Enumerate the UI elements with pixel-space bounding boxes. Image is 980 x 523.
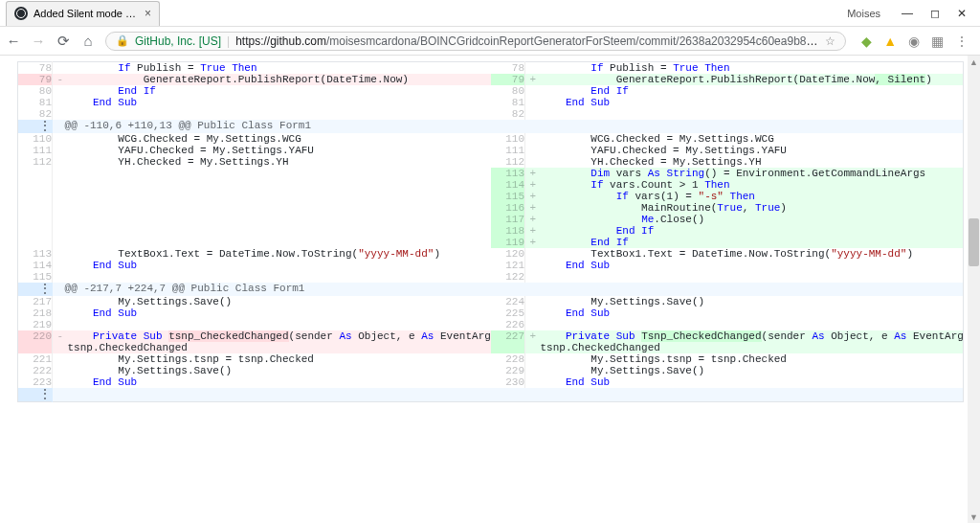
diff-line[interactable]: 222 My.Settings.Save()229 My.Settings.Sa…	[18, 365, 964, 376]
window-controls: — ◻ ✕	[888, 7, 980, 20]
diff-line[interactable]: 114+ If vars.Count > 1 Then	[18, 179, 964, 191]
address-bar[interactable]: 🔒 GitHub, Inc. [US] | https://github.com…	[105, 32, 846, 51]
expand-icon[interactable]: ⋮	[38, 119, 52, 134]
scrollbar-thumb[interactable]	[969, 218, 979, 266]
scroll-down-icon[interactable]: ▼	[968, 511, 980, 523]
forward-icon[interactable]: →	[31, 34, 46, 49]
reload-icon[interactable]: ⟳	[56, 34, 71, 49]
tab-title: Added Silent mode (flag	[33, 8, 139, 19]
menu-icon[interactable]: ⋮	[955, 34, 969, 49]
close-icon[interactable]: ✕	[957, 7, 967, 20]
scrollbar-track[interactable]: ▲ ▼	[968, 56, 980, 523]
expand-icon[interactable]: ⋮	[38, 282, 52, 297]
hunk-expand-bottom[interactable]: ⋮	[18, 388, 964, 402]
url-text: https://github.com/moisesmcardona/BOINCG…	[235, 34, 819, 48]
ext-icon-4[interactable]: ▦	[931, 34, 944, 49]
diff-line[interactable]: 80 End If80 End If	[18, 85, 964, 97]
diff-line[interactable]: 110 WCG.Checked = My.Settings.WCG110 WCG…	[18, 133, 964, 145]
expand-icon[interactable]: ⋮	[38, 387, 52, 402]
diff-line[interactable]: 221 My.Settings.tsnp = tsnp.Checked228 M…	[18, 353, 964, 365]
diff-line[interactable]: 113 TextBox1.Text = DateTime.Now.ToStrin…	[18, 248, 964, 260]
diff-table: 78 If Publish = True Then78 If Publish =…	[17, 61, 964, 402]
diff-line[interactable]: tsnp.CheckedChangedtsnp.CheckedChanged	[18, 342, 964, 353]
page-content: 78 If Publish = True Then78 If Publish =…	[0, 56, 980, 523]
diff-line[interactable]: 113+ Dim vars As String() = Environment.…	[18, 168, 964, 179]
diff-line[interactable]: 81 End Sub81 End Sub	[18, 97, 964, 108]
tab-close-icon[interactable]: ×	[145, 7, 151, 20]
diff-line[interactable]: 8282	[18, 108, 964, 120]
ev-cert-label: GitHub, Inc. [US]	[135, 34, 221, 48]
browser-toolbar: ← → ⟳ ⌂ 🔒 GitHub, Inc. [US] | https://gi…	[0, 27, 980, 56]
back-icon[interactable]: ←	[6, 34, 21, 49]
github-favicon	[14, 7, 28, 20]
ext-icon-2[interactable]: ▲	[883, 34, 897, 49]
ext-icon-1[interactable]: ◆	[861, 34, 872, 49]
browser-tab[interactable]: Added Silent mode (flag ×	[6, 1, 160, 26]
hunk-header[interactable]: ⋮ @@ -110,6 +110,13 @@ Public Class Form…	[18, 120, 964, 133]
home-icon[interactable]: ⌂	[80, 34, 96, 49]
diff-line[interactable]: 219226	[18, 319, 964, 330]
windows-user-label: Moises	[847, 8, 888, 19]
lock-icon: 🔒	[116, 34, 129, 47]
diff-line[interactable]: 78 If Publish = True Then78 If Publish =…	[18, 62, 964, 75]
diff-line[interactable]: 223 End Sub230 End Sub	[18, 376, 964, 388]
diff-line[interactable]: 115122	[18, 271, 964, 283]
diff-line[interactable]: 115+ If vars(1) = "-s" Then	[18, 191, 964, 202]
diff-line[interactable]: 112 YH.Checked = My.Settings.YH112 YH.Ch…	[18, 156, 964, 168]
diff-line[interactable]: 116+ MainRoutine(True, True)	[18, 202, 964, 214]
minimize-icon[interactable]: —	[902, 7, 913, 20]
ext-icon-3[interactable]: ◉	[908, 34, 920, 49]
browser-titlebar: Added Silent mode (flag × Moises — ◻ ✕	[0, 0, 980, 27]
diff-line[interactable]: 217 My.Settings.Save()224 My.Settings.Sa…	[18, 296, 964, 307]
diff-line[interactable]: 220- Private Sub tsnp_CheckedChanged(sen…	[18, 330, 964, 342]
maximize-icon[interactable]: ◻	[930, 7, 940, 20]
diff-line[interactable]: 79- GenerateReport.PublishReport(DateTim…	[18, 74, 964, 85]
diff-line[interactable]: 119+ End If	[18, 237, 964, 248]
hunk-header[interactable]: ⋮ @@ -217,7 +224,7 @@ Public Class Form1	[18, 283, 964, 296]
diff-line[interactable]: 218 End Sub225 End Sub	[18, 307, 964, 319]
diff-line[interactable]: 114 End Sub121 End Sub	[18, 260, 964, 271]
diff-line[interactable]: 111 YAFU.Checked = My.Settings.YAFU111 Y…	[18, 145, 964, 156]
scroll-up-icon[interactable]: ▲	[968, 56, 980, 68]
diff-line[interactable]: 118+ End If	[18, 225, 964, 237]
diff-line[interactable]: 117+ Me.Close()	[18, 214, 964, 225]
star-icon[interactable]: ☆	[825, 34, 835, 48]
